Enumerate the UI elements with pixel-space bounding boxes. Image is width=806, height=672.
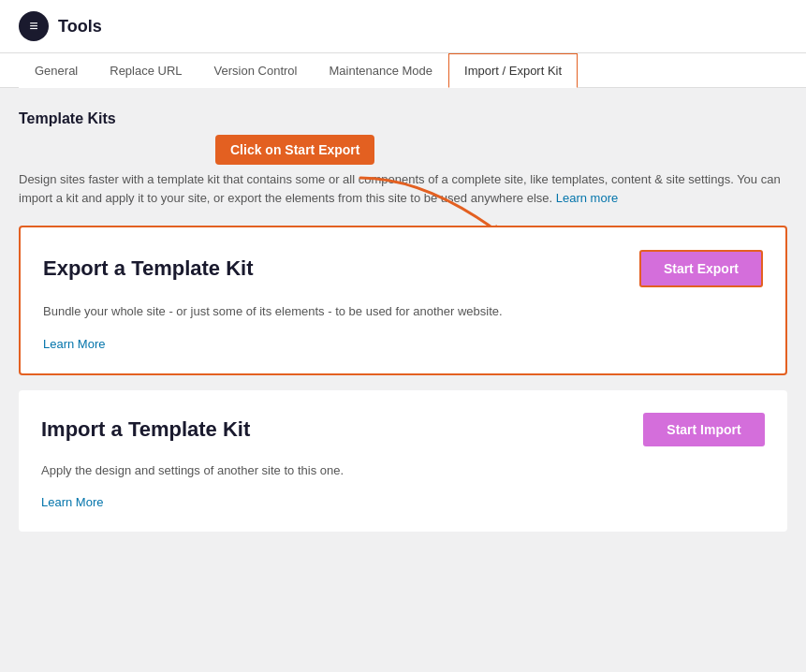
import-card: Import a Template Kit Start Import Apply… <box>19 390 787 533</box>
page-header: ≡ Tools <box>0 0 806 53</box>
tab-version-control[interactable]: Version Control <box>198 53 314 88</box>
start-export-button[interactable]: Start Export <box>639 250 763 287</box>
import-card-description: Apply the design and settings of another… <box>41 461 765 480</box>
tabs-bar: General Replace URL Version Control Main… <box>0 53 806 88</box>
import-learn-more-link[interactable]: Learn More <box>41 495 103 509</box>
tab-general[interactable]: General <box>19 53 94 88</box>
export-card: Export a Template Kit Start Export Bundl… <box>19 226 787 375</box>
export-card-title: Export a Template Kit <box>43 256 254 281</box>
tab-replace-url[interactable]: Replace URL <box>94 53 198 88</box>
logo-symbol: ≡ <box>29 18 37 35</box>
tab-maintenance-mode[interactable]: Maintenance Mode <box>313 53 448 88</box>
tab-import-export[interactable]: Import / Export Kit <box>448 53 578 88</box>
import-card-title: Import a Template Kit <box>41 417 250 442</box>
start-import-button[interactable]: Start Import <box>643 413 765 446</box>
export-card-header: Export a Template Kit Start Export <box>43 250 763 287</box>
content-area: Template Kits Click on Start Export Desi… <box>0 88 806 569</box>
section-learn-more-link[interactable]: Learn more <box>556 191 618 205</box>
tooltip-bubble: Click on Start Export <box>215 135 374 165</box>
export-learn-more-link[interactable]: Learn More <box>43 337 105 351</box>
logo-icon: ≡ <box>19 11 49 41</box>
section-title: Template Kits <box>19 110 787 127</box>
import-card-header: Import a Template Kit Start Import <box>41 413 765 446</box>
page-title: Tools <box>58 17 102 37</box>
export-card-description: Bundle your whole site - or just some of… <box>43 302 763 321</box>
